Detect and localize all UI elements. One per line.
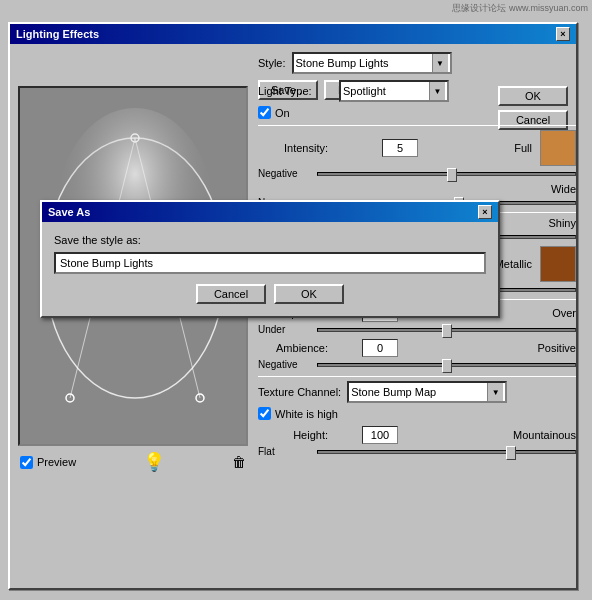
preview-checkbox[interactable] bbox=[20, 456, 33, 469]
on-label: On bbox=[275, 107, 290, 119]
full-label: Full bbox=[514, 142, 532, 154]
flat-label: Flat bbox=[258, 446, 313, 457]
wide-label: Wide bbox=[551, 183, 576, 195]
light-type-label: Light Type: bbox=[258, 85, 333, 97]
height-slider[interactable] bbox=[317, 450, 576, 454]
saveas-ok-button[interactable]: OK bbox=[274, 284, 344, 304]
ambience-thumb[interactable] bbox=[442, 359, 452, 373]
trash-icon[interactable]: 🗑 bbox=[232, 454, 246, 470]
intensity-thumb[interactable] bbox=[447, 168, 457, 182]
exposure-slider-row: Under bbox=[258, 324, 576, 335]
saveas-input[interactable] bbox=[54, 252, 486, 274]
white-is-high-label: White is high bbox=[275, 408, 338, 420]
light-type-value: Spotlight bbox=[343, 85, 386, 97]
preview-footer: Preview 💡 🗑 bbox=[18, 449, 248, 475]
intensity-slider[interactable] bbox=[317, 172, 576, 176]
over-label: Over bbox=[552, 307, 576, 319]
shiny-label: Shiny bbox=[548, 217, 576, 229]
light-type-arrow: ▼ bbox=[429, 82, 445, 100]
light-icon: 💡 bbox=[143, 451, 165, 473]
exposure-slider[interactable] bbox=[317, 328, 576, 332]
style-arrow: ▼ bbox=[432, 54, 448, 72]
texture-channel-label: Texture Channel: bbox=[258, 386, 341, 398]
divider4 bbox=[258, 376, 576, 377]
negative-label: Negative bbox=[258, 168, 313, 179]
height-value[interactable]: 100 bbox=[362, 426, 398, 444]
preview-label: Preview bbox=[37, 456, 76, 468]
height-thumb[interactable] bbox=[506, 446, 516, 460]
watermark: 思缘设计论坛 www.missyuan.com bbox=[448, 0, 592, 17]
dialog-title: Lighting Effects bbox=[16, 28, 99, 40]
on-checkbox[interactable] bbox=[258, 106, 271, 119]
divider1 bbox=[258, 125, 576, 126]
ambience-negative-label: Negative bbox=[258, 359, 313, 370]
intensity-value[interactable]: 5 bbox=[382, 139, 418, 157]
intensity-slider-row: Negative bbox=[258, 168, 576, 179]
material-color-swatch[interactable] bbox=[540, 246, 576, 282]
positive-label: Positive bbox=[537, 342, 576, 354]
ambience-slider[interactable] bbox=[317, 363, 576, 367]
title-bar: Lighting Effects × bbox=[10, 24, 576, 44]
mountainous-label: Mountainous bbox=[513, 429, 576, 441]
light-type-dropdown[interactable]: Spotlight ▼ bbox=[339, 80, 449, 102]
saveas-title: Save As bbox=[48, 206, 90, 218]
style-label: Style: bbox=[258, 57, 286, 69]
exposure-thumb[interactable] bbox=[442, 324, 452, 338]
intensity-label: Intensity: bbox=[258, 142, 328, 154]
intensity-color-swatch[interactable] bbox=[540, 130, 576, 166]
style-dropdown[interactable]: Stone Bump Lights ▼ bbox=[292, 52, 452, 74]
ambience-slider-row: Negative bbox=[258, 359, 576, 370]
height-label: Height: bbox=[258, 429, 328, 441]
style-value: Stone Bump Lights bbox=[296, 57, 389, 69]
ambience-value[interactable]: 0 bbox=[362, 339, 398, 357]
saveas-dialog: Save As × Save the style as: Cancel OK bbox=[40, 200, 500, 318]
saveas-body: Save the style as: Cancel OK bbox=[42, 222, 498, 316]
texture-arrow: ▼ bbox=[487, 383, 503, 401]
metallic-label: Metallic bbox=[495, 258, 532, 270]
white-is-high-checkbox[interactable] bbox=[258, 407, 271, 420]
saveas-buttons: Cancel OK bbox=[54, 284, 486, 304]
texture-value: Stone Bump Map bbox=[351, 386, 436, 398]
height-slider-row: Flat bbox=[258, 446, 576, 457]
saveas-title-bar: Save As × bbox=[42, 202, 498, 222]
texture-dropdown[interactable]: Stone Bump Map ▼ bbox=[347, 381, 507, 403]
close-button[interactable]: × bbox=[556, 27, 570, 41]
saveas-close-button[interactable]: × bbox=[478, 205, 492, 219]
under-label: Under bbox=[258, 324, 313, 335]
saveas-prompt: Save the style as: bbox=[54, 234, 141, 246]
saveas-cancel-button[interactable]: Cancel bbox=[196, 284, 266, 304]
ambience-label: Ambience: bbox=[258, 342, 328, 354]
